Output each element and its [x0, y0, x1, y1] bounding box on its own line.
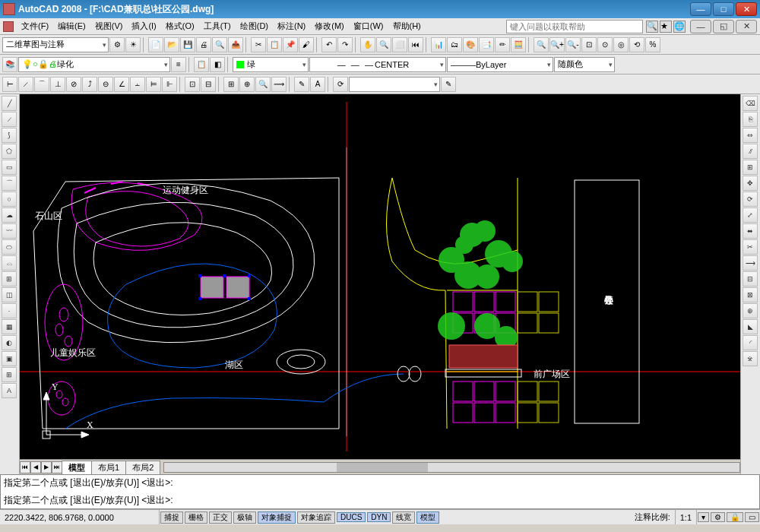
mode-osnap[interactable]: 对象捕捉 — [258, 511, 296, 524]
dimstyle-dropdown[interactable] — [349, 77, 440, 92]
paste-icon[interactable]: 📌 — [283, 37, 298, 52]
close-button[interactable]: ✕ — [736, 2, 757, 16]
arc-icon[interactable]: ⌒ — [2, 176, 17, 191]
menu-insert[interactable]: 插入(I) — [127, 19, 160, 33]
dim-space-icon[interactable]: ⊡ — [185, 77, 200, 92]
mode-snap[interactable]: 捕捉 — [160, 511, 183, 524]
zoom-ctr-icon[interactable]: ⊙ — [597, 37, 613, 52]
dim-update-icon[interactable]: ⟳ — [333, 77, 348, 92]
xline-icon[interactable]: ⟋ — [2, 112, 17, 127]
minimize-button[interactable]: — — [690, 2, 711, 16]
move-icon[interactable]: ✥ — [743, 176, 758, 191]
break-pt-icon[interactable]: ⊟ — [743, 271, 758, 287]
copy-icon[interactable]: 📋 — [267, 37, 282, 52]
mode-otrack[interactable]: 对象追踪 — [297, 511, 335, 524]
publish-icon[interactable]: 📤 — [228, 37, 243, 52]
dim-arc-icon[interactable]: ⌒ — [34, 77, 49, 92]
mode-polar[interactable]: 极轴 — [233, 511, 256, 524]
mode-dyn[interactable]: DYN — [367, 512, 391, 522]
ellipse-icon[interactable]: ⬭ — [2, 239, 17, 255]
zoom-rt-icon[interactable]: 🔍 — [376, 37, 391, 52]
line-icon[interactable]: ╱ — [2, 96, 17, 111]
mirror-icon[interactable]: ⇔ — [743, 128, 758, 143]
menu-tools[interactable]: 工具(T) — [199, 19, 236, 33]
calc-icon[interactable]: 🧮 — [511, 37, 526, 52]
zoom-all-icon[interactable]: ⊡ — [581, 37, 597, 52]
coords-readout[interactable]: 2220.3422, 806.9768, 0.0000 — [0, 510, 160, 524]
layer-state-icon[interactable]: 📋 — [194, 57, 209, 72]
menu-view[interactable]: 视图(V) — [90, 19, 128, 33]
offset-icon[interactable]: ⫽ — [743, 144, 758, 159]
mtext-icon[interactable]: A — [2, 383, 17, 398]
tab-layout2[interactable]: 布局2 — [125, 461, 160, 474]
dim-ord-icon[interactable]: ⊥ — [50, 77, 65, 92]
drawing-canvas[interactable]: 运动健身区 石山区 儿童娱乐区 湖区 前广场区 领导办公楼 Y X — [20, 94, 740, 459]
pan-icon[interactable]: ✋ — [360, 37, 375, 52]
inspect-icon[interactable]: 🔍 — [255, 77, 271, 92]
ellipse-arc-icon[interactable]: ⌓ — [2, 255, 17, 271]
spline-icon[interactable]: 〰 — [2, 223, 17, 239]
lock-ui-icon[interactable]: 🔒 — [727, 512, 743, 522]
zoom-in-icon[interactable]: 🔍+ — [549, 37, 565, 52]
dim-radius-icon[interactable]: ⊘ — [66, 77, 81, 92]
tab-layout1[interactable]: 布局1 — [91, 461, 126, 474]
table-icon[interactable]: ⊞ — [2, 367, 17, 382]
mode-ducs[interactable]: DUCS — [337, 512, 366, 522]
extend-icon[interactable]: ⟶ — [743, 255, 758, 271]
make-block-icon[interactable]: ◫ — [2, 287, 17, 302]
menu-file[interactable]: 文件(F) — [17, 19, 53, 33]
properties-icon[interactable]: 📊 — [431, 37, 446, 52]
dim-jog-icon[interactable]: ⤴ — [82, 77, 97, 92]
tab-next-icon[interactable]: ▶ — [41, 461, 52, 473]
tolerance-icon[interactable]: ⊞ — [223, 77, 239, 92]
dim-break-icon[interactable]: ⊟ — [201, 77, 216, 92]
zoom-win-icon[interactable]: ⬜ — [392, 37, 407, 52]
polygon-icon[interactable]: ⬠ — [2, 144, 17, 159]
array-icon[interactable]: ⊞ — [743, 160, 758, 175]
doc-minimize-button[interactable]: — — [690, 20, 711, 33]
undo-icon[interactable]: ↶ — [321, 37, 337, 52]
menu-edit[interactable]: 编辑(E) — [53, 19, 90, 33]
center-mark-icon[interactable]: ⊕ — [239, 77, 255, 92]
dim-continue-icon[interactable]: ⊩ — [162, 77, 177, 92]
tab-first-icon[interactable]: ⏮ — [20, 461, 30, 473]
menu-format[interactable]: 格式(O) — [161, 19, 199, 33]
anno-vis-icon[interactable]: ▾ — [698, 512, 709, 522]
menu-dimension[interactable]: 标注(N) — [273, 19, 310, 33]
point-icon[interactable]: · — [2, 303, 17, 318]
dcenter-icon[interactable]: 🗂 — [447, 37, 462, 52]
plotstyle-dropdown[interactable]: 随颜色 — [554, 57, 615, 72]
scale-icon[interactable]: ⤢ — [743, 207, 758, 223]
maximize-button[interactable]: □ — [713, 2, 734, 16]
dim-diameter-icon[interactable]: ⊖ — [98, 77, 113, 92]
dim-baseline-icon[interactable]: ⊨ — [146, 77, 161, 92]
trim-icon[interactable]: ✂ — [743, 239, 758, 255]
help-search-input[interactable] — [506, 20, 643, 33]
hscrollbar[interactable] — [163, 462, 740, 473]
tab-last-icon[interactable]: ⏭ — [52, 461, 62, 473]
anno-scale-value[interactable]: 1:1 — [676, 510, 697, 524]
new-icon[interactable]: 📄 — [148, 37, 163, 52]
region-icon[interactable]: ▣ — [2, 351, 17, 366]
save-icon[interactable]: 💾 — [180, 37, 195, 52]
chamfer-icon[interactable]: ◣ — [743, 319, 758, 334]
mode-lwt[interactable]: 线宽 — [392, 511, 415, 524]
dim-angular-icon[interactable]: ∠ — [114, 77, 129, 92]
layer-iso-icon[interactable]: ◧ — [210, 57, 225, 72]
star-icon[interactable]: ★ — [660, 21, 672, 33]
revcloud-icon[interactable]: ☁ — [2, 207, 17, 223]
zoom-dyn-icon[interactable]: ⟲ — [629, 37, 644, 52]
layer-mgr-icon[interactable]: 📚 — [2, 57, 17, 72]
dimstyle-mgr-icon[interactable]: ✎ — [441, 77, 456, 92]
zoom-out-icon[interactable]: 🔍- — [565, 37, 581, 52]
color-dropdown[interactable]: 绿 — [233, 57, 309, 72]
mode-model[interactable]: 模型 — [416, 511, 439, 524]
tab-prev-icon[interactable]: ◀ — [30, 461, 41, 473]
command-window[interactable]: 指定第二个点或 [退出(E)/放弃(U)] <退出>: 指定第二个点或 [退出(… — [0, 474, 760, 509]
rectangle-icon[interactable]: ▭ — [2, 160, 17, 175]
layer-dropdown[interactable]: 💡○🔒🖨 绿化 — [18, 57, 170, 72]
sun-icon[interactable]: ☀ — [125, 37, 141, 52]
mode-grid[interactable]: 栅格 — [185, 511, 207, 524]
workspace-dropdown[interactable]: 二维草图与注释 — [2, 37, 109, 52]
match-icon[interactable]: 🖌 — [299, 37, 314, 52]
